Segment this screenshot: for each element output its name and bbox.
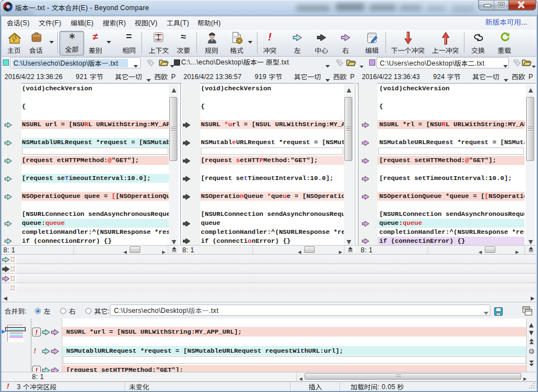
svg-text:!: ! [35, 328, 38, 336]
